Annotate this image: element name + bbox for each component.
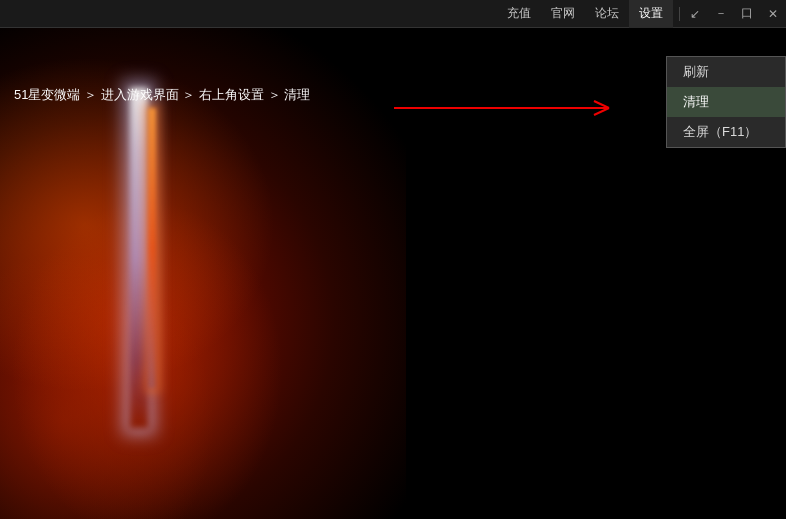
- app-menu-button[interactable]: ↙: [682, 0, 708, 28]
- close-button[interactable]: ✕: [760, 0, 786, 28]
- instruction-label: 51星变微端 ＞ 进入游戏界面 ＞ 右上角设置 ＞ 清理: [14, 86, 310, 104]
- game-area: 51星变微端 ＞ 进入游戏界面 ＞ 右上角设置 ＞ 清理 刷新 清理 全屏（F1…: [0, 28, 786, 519]
- nav-recharge[interactable]: 充值: [497, 0, 541, 28]
- instruction-text: 51星变微端 ＞ 进入游戏界面 ＞ 右上角设置 ＞ 清理: [14, 86, 310, 104]
- settings-dropdown: 刷新 清理 全屏（F11）: [666, 56, 786, 148]
- titlebar: 充值 官网 论坛 设置 ↙ － 口 ✕: [0, 0, 786, 28]
- dropdown-fullscreen[interactable]: 全屏（F11）: [667, 117, 785, 147]
- nav-forum[interactable]: 论坛: [585, 0, 629, 28]
- nav-official[interactable]: 官网: [541, 0, 585, 28]
- titlebar-nav: 充值 官网 论坛 设置: [497, 0, 673, 28]
- fire-beam: [148, 108, 156, 388]
- dropdown-refresh[interactable]: 刷新: [667, 57, 785, 87]
- titlebar-divider: [679, 7, 680, 21]
- minimize-button[interactable]: －: [708, 0, 734, 28]
- dropdown-clear[interactable]: 清理: [667, 87, 785, 117]
- lightning-effect: [130, 88, 148, 428]
- restore-button[interactable]: 口: [734, 0, 760, 28]
- nav-settings[interactable]: 设置: [629, 0, 673, 28]
